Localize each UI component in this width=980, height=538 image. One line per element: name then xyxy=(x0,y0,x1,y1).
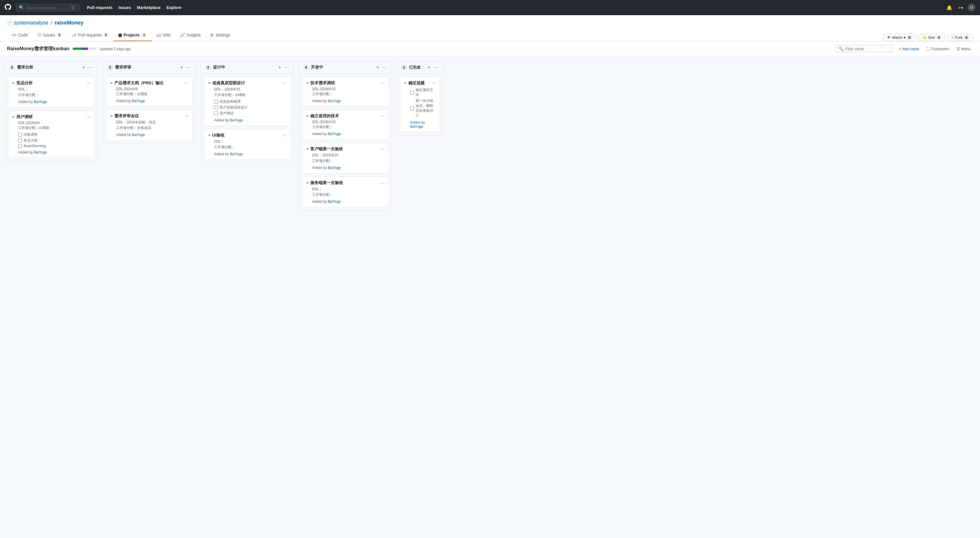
col-title-3: 开发中 xyxy=(311,65,374,70)
column-header-4: 1 已完成 + ··· xyxy=(397,61,443,74)
insights-icon: 📈 xyxy=(180,33,185,37)
card-checklist-4-0: 确定项目方向 第一次小组会议、确组员名单及分工 xyxy=(404,88,436,118)
col-add-btn-0[interactable]: + xyxy=(81,64,86,71)
nav-explore[interactable]: Explore xyxy=(164,3,183,12)
card-menu-btn-3-3[interactable]: ··· xyxy=(381,180,384,185)
checklist-checkbox-0-1-2[interactable] xyxy=(18,144,22,148)
tab-code[interactable]: <> Code xyxy=(7,29,33,41)
card-menu-btn-4-0[interactable]: ··· xyxy=(432,81,436,85)
checklist-checkbox-2-0-1[interactable] xyxy=(214,106,218,110)
fullscreen-button[interactable]: ⛶ Fullscreen xyxy=(924,46,951,52)
watch-button[interactable]: 👁 Watch ▾ 0 xyxy=(883,34,916,41)
card-menu-btn-3-0[interactable]: ··· xyxy=(381,81,384,85)
project-menu-button[interactable]: ☰ Menu xyxy=(955,46,973,52)
card-menu-btn-3-2[interactable]: ··· xyxy=(381,146,384,151)
card-added-link-1-0[interactable]: BaiYuge xyxy=(132,99,145,103)
checklist-checkbox-0-1-1[interactable] xyxy=(18,138,22,142)
star-button[interactable]: ⭐ Star 0 xyxy=(918,34,946,41)
tab-projects[interactable]: ▦ Projects 1 xyxy=(113,29,152,41)
repo-name-link[interactable]: raiseMoney xyxy=(54,20,83,26)
card-ddl-3-0: DDL:2019/4/15 xyxy=(306,87,384,91)
card-menu-btn-0-1[interactable]: ··· xyxy=(87,115,91,119)
filter-cards-input-wrap[interactable]: 🔍 xyxy=(835,45,894,53)
checklist-checkbox-2-0-0[interactable] xyxy=(214,100,218,103)
column-cards-4: ≡ 确定选题 ··· 确定项目方向 第一次小组会议、确组员名单及分工 Added… xyxy=(397,74,443,135)
card-header-1-0: ≡ 产品需求文档（PRD）输出 ··· xyxy=(110,81,188,86)
checklist-checkbox-0-1-0[interactable] xyxy=(18,133,22,137)
card-menu-btn-0-0[interactable]: ··· xyxy=(87,81,91,85)
search-box[interactable]: 🔍 / xyxy=(16,4,80,11)
checklist-item-2-0-1: 用户页面流程设计 xyxy=(214,105,286,110)
card-menu-btn-2-1[interactable]: ··· xyxy=(283,133,286,137)
col-menu-btn-3[interactable]: ··· xyxy=(382,64,388,71)
checklist-checkbox-4-0-1[interactable] xyxy=(410,107,414,110)
fork-button[interactable]: ⑂ Fork 0 xyxy=(948,34,973,41)
search-filter-icon: 🔍 xyxy=(838,46,843,51)
column-cards-2: ≡ 低保真原型图设计 ··· DDL：2019/4/15工作项分配：白哦歌 信息… xyxy=(201,74,294,163)
progress-purple xyxy=(82,48,88,50)
card-added-link-2-0[interactable]: BaiYuge xyxy=(230,118,243,122)
col-count-3: 4 xyxy=(303,65,309,70)
card-menu-btn-1-1[interactable]: ··· xyxy=(185,113,188,118)
nav-marketplace[interactable]: Marketplace xyxy=(135,3,163,12)
tab-insights[interactable]: 📈 Insights xyxy=(175,29,205,41)
avatar[interactable]: U xyxy=(968,4,975,11)
column-header-2: 2 设计中 + ··· xyxy=(201,61,294,74)
checklist-checkbox-4-0-0[interactable] xyxy=(410,91,414,94)
card-added-2-1: Added by BaiYuge xyxy=(208,152,286,156)
pr-icon: ⎇ xyxy=(72,33,76,37)
card-work-3-3: 工作项分配： xyxy=(306,192,384,197)
card-menu-btn-3-1[interactable]: ··· xyxy=(381,113,384,118)
card-menu-btn-1-0[interactable]: ··· xyxy=(185,81,188,85)
col-add-btn-1[interactable]: + xyxy=(179,64,184,71)
card-ddl-3-3: DDL： xyxy=(306,187,384,192)
tab-wiki[interactable]: 📖 Wiki xyxy=(152,29,175,41)
card-added-link-3-2[interactable]: BaiYuge xyxy=(328,166,341,170)
card-added-link-3-0[interactable]: BaiYuge xyxy=(328,99,341,103)
card-added-link-2-1[interactable]: BaiYuge xyxy=(230,152,243,156)
new-item-button[interactable]: +▾ xyxy=(957,4,964,12)
repo-header: 📄 systemanalyse / raiseMoney 👁 Watch ▾ 0… xyxy=(0,15,980,41)
col-menu-btn-0[interactable]: ··· xyxy=(88,64,94,71)
nav-pull-requests[interactable]: Pull requests xyxy=(84,3,115,12)
card-menu-btn-2-0[interactable]: ··· xyxy=(283,81,286,85)
checklist-item-4-0-1: 第一次小组会议、确组员名单及分工 xyxy=(410,98,436,118)
kanban-column-3: 4 开发中 + ··· ≡ 技术需求调研 ··· DDL:2019/4/15工作… xyxy=(299,61,392,211)
card-added-link-4-0[interactable]: BaiYuge xyxy=(410,124,423,129)
col-add-btn-2[interactable]: + xyxy=(277,64,282,71)
add-cards-button[interactable]: + Add cards xyxy=(897,46,921,52)
search-kbd: / xyxy=(71,6,75,10)
card-added-link-3-1[interactable]: BaiYuge xyxy=(328,132,341,136)
search-input[interactable] xyxy=(25,6,69,10)
card-added-link-0-0[interactable]: BaiYuge xyxy=(34,100,47,104)
kanban-card-0-0: ≡ 竞品分析 ··· DDL：工作项分配： Added by BaiYuge xyxy=(8,77,95,108)
col-menu-btn-1[interactable]: ··· xyxy=(186,64,192,71)
nav-issues[interactable]: Issues xyxy=(116,3,134,12)
filter-cards-input[interactable] xyxy=(845,47,889,51)
card-added-link-1-1[interactable]: BaiYuge xyxy=(132,133,145,137)
tab-settings[interactable]: ⚙ Settings xyxy=(205,29,235,41)
tab-issues[interactable]: ⓘ Issues 3 xyxy=(33,29,67,41)
tab-pull-requests[interactable]: ⎇ Pull requests 0 xyxy=(67,29,113,41)
col-actions-0: + ··· xyxy=(81,64,94,71)
card-added-link-0-1[interactable]: BaiYuge xyxy=(34,150,47,154)
notifications-button[interactable]: 🔔 xyxy=(945,4,953,12)
card-added-3-0: Added by BaiYuge xyxy=(306,99,384,103)
card-title-0-0: 竞品分析 xyxy=(16,81,86,86)
checklist-checkbox-2-0-2[interactable] xyxy=(214,111,218,115)
card-title-4-0: 确定选题 xyxy=(408,81,431,86)
kanban-card-3-3: ≡ 服务端第一次验收 ··· DDL：工作项分配： Added by BaiYu… xyxy=(302,177,389,207)
col-menu-btn-2[interactable]: ··· xyxy=(283,64,290,71)
repo-owner-link[interactable]: systemanalyse xyxy=(14,20,48,26)
col-menu-btn-4[interactable]: ··· xyxy=(433,64,439,71)
card-added-link-3-3[interactable]: BaiYuge xyxy=(328,199,341,204)
card-checklist-2-0: 信息架构梳理 用户页面流程设计 用户测试 xyxy=(208,99,286,116)
projects-count: 1 xyxy=(142,33,147,37)
card-ddl-2-1: DDL： xyxy=(208,139,286,144)
card-header-0-0: ≡ 竞品分析 ··· xyxy=(12,81,91,86)
project-progress xyxy=(73,48,96,50)
top-nav: 🔍 / Pull requests Issues Marketplace Exp… xyxy=(0,0,980,15)
col-add-btn-4[interactable]: + xyxy=(426,64,431,71)
col-add-btn-3[interactable]: + xyxy=(375,64,380,71)
settings-icon: ⚙ xyxy=(210,33,214,37)
